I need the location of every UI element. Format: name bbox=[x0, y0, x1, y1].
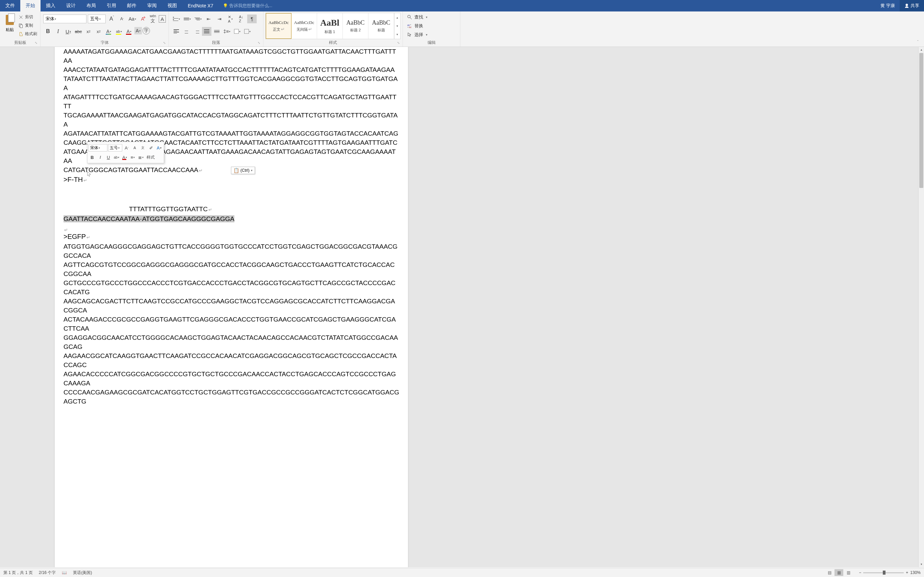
tab-mailings[interactable]: 邮件 bbox=[121, 0, 142, 11]
collapse-ribbon-button[interactable]: ˆ bbox=[917, 40, 922, 45]
mini-bullets[interactable]: ≡ bbox=[129, 153, 136, 161]
share-button[interactable]: 共享 bbox=[900, 0, 924, 11]
zoom-thumb[interactable] bbox=[883, 571, 885, 575]
align-center-button[interactable] bbox=[182, 27, 191, 36]
underline-button[interactable]: U bbox=[63, 27, 73, 36]
decrease-indent-button[interactable]: ⇤ bbox=[204, 15, 213, 23]
tab-home[interactable]: 开始 bbox=[20, 0, 40, 11]
zoom-slider[interactable] bbox=[863, 572, 904, 573]
grow-font-button[interactable]: Aˆ bbox=[107, 15, 116, 23]
status-language[interactable]: 英语(美国) bbox=[73, 570, 92, 575]
mini-clear[interactable]: A bbox=[155, 144, 163, 152]
line-spacing-button[interactable]: ‡≡ bbox=[222, 27, 232, 36]
mini-grow-font[interactable]: Aˆ bbox=[123, 144, 130, 152]
text-effects-button[interactable]: A bbox=[104, 27, 113, 36]
style-nospacing[interactable]: AaBbCcDc无间隔 bbox=[291, 13, 317, 39]
clear-format-button[interactable]: A◆ bbox=[138, 15, 147, 23]
cut-button[interactable]: 剪切 bbox=[18, 13, 38, 21]
shrink-font-button[interactable]: Aˇ bbox=[118, 15, 127, 23]
copy-button[interactable]: 复制 bbox=[18, 22, 38, 29]
italic-button[interactable]: I bbox=[53, 27, 63, 36]
change-case-button[interactable]: Aa bbox=[128, 15, 137, 23]
tab-design[interactable]: 设计 bbox=[61, 0, 81, 11]
document-page[interactable]: AAAAATAGATGGAAAGACATGAACGAAGTACTTTTTTAAT… bbox=[55, 47, 408, 567]
style-normal[interactable]: AaBbCcDc正文 bbox=[266, 13, 291, 39]
align-right-button[interactable] bbox=[192, 27, 201, 36]
char-shading-button[interactable]: A bbox=[134, 27, 142, 34]
scroll-down-icon[interactable]: ▾ bbox=[919, 561, 924, 567]
subscript-button[interactable]: x2 bbox=[84, 27, 93, 36]
mini-format-painter[interactable]: ✐ bbox=[147, 144, 155, 152]
mini-font-color[interactable]: A bbox=[121, 153, 128, 161]
bold-button[interactable]: B bbox=[43, 27, 53, 36]
scroll-thumb[interactable] bbox=[919, 53, 923, 188]
shading-button[interactable] bbox=[233, 27, 242, 36]
mini-font-size[interactable]: 五号 bbox=[108, 144, 122, 152]
status-words[interactable]: 2/16 个字 bbox=[39, 570, 56, 575]
zoom-level[interactable]: 130% bbox=[910, 570, 921, 575]
style-h1[interactable]: AaBl标题 1 bbox=[317, 13, 343, 39]
bullets-button[interactable] bbox=[171, 15, 181, 23]
mini-font-name[interactable]: 宋体 bbox=[89, 144, 107, 152]
zoom-in-button[interactable]: + bbox=[906, 570, 908, 575]
mini-styles[interactable]: 样式 bbox=[145, 153, 156, 161]
tab-layout[interactable]: 布局 bbox=[81, 0, 101, 11]
mini-underline[interactable]: U bbox=[105, 153, 112, 161]
web-layout-button[interactable]: ▥ bbox=[844, 569, 853, 576]
style-h2[interactable]: AaBbC标题 2 bbox=[343, 13, 368, 39]
style-title[interactable]: AaBbC标题 bbox=[368, 13, 394, 39]
mini-bold[interactable]: B bbox=[89, 153, 96, 161]
tab-review[interactable]: 审阅 bbox=[142, 0, 162, 11]
format-painter-button[interactable]: 格式刷 bbox=[18, 31, 38, 37]
tab-file[interactable]: 文件 bbox=[0, 0, 20, 11]
text-direction-button[interactable]: ✕A bbox=[226, 15, 235, 23]
styles-expand-icon[interactable]: ⤡ bbox=[397, 41, 401, 45]
tab-references[interactable]: 引用 bbox=[101, 0, 121, 11]
font-name-dropdown[interactable]: 宋体 bbox=[43, 15, 86, 23]
sort-button[interactable]: A↓Z bbox=[236, 15, 246, 23]
enclose-char-button[interactable]: 字 bbox=[142, 27, 150, 34]
paste-button[interactable]: 粘贴 bbox=[3, 13, 17, 34]
mini-numbering[interactable]: ≣ bbox=[137, 153, 145, 161]
print-layout-button[interactable]: ▦ bbox=[835, 569, 843, 576]
superscript-button[interactable]: x2 bbox=[94, 27, 103, 36]
mini-phonetic[interactable]: 文 bbox=[139, 144, 147, 152]
char-border-button[interactable]: A bbox=[159, 15, 166, 23]
document-body[interactable]: AAAAATAGATGGAAAGACATGAACGAAGTACTTTTTTAAT… bbox=[55, 47, 408, 406]
user-name[interactable]: 黄 宇康 bbox=[876, 3, 900, 9]
show-marks-button[interactable]: ¶ bbox=[247, 15, 257, 23]
paste-options-button[interactable]: (Ctrl) bbox=[231, 167, 255, 174]
status-proofing-icon[interactable]: 📖 bbox=[62, 570, 67, 575]
highlight-button[interactable]: ab bbox=[114, 27, 124, 36]
numbering-button[interactable] bbox=[183, 15, 192, 23]
mini-highlight[interactable]: ab bbox=[113, 153, 120, 161]
borders-button[interactable] bbox=[242, 27, 252, 36]
tab-insert[interactable]: 插入 bbox=[40, 0, 61, 11]
font-expand-icon[interactable]: ⤡ bbox=[163, 41, 167, 45]
justify-button[interactable] bbox=[202, 27, 212, 36]
font-color-button[interactable]: A bbox=[124, 27, 134, 36]
distributed-button[interactable] bbox=[212, 27, 221, 36]
tell-me-search[interactable]: 告诉我您想要做什么... bbox=[223, 3, 273, 9]
zoom-out-button[interactable]: − bbox=[859, 570, 861, 575]
increase-indent-button[interactable]: ⇥ bbox=[215, 15, 224, 23]
vertical-scrollbar[interactable]: ▴ ▾ bbox=[918, 47, 924, 567]
read-mode-button[interactable]: ▤ bbox=[825, 569, 834, 576]
mini-italic[interactable]: I bbox=[97, 153, 104, 161]
tab-endnote[interactable]: EndNote X7 bbox=[183, 0, 219, 11]
align-left-button[interactable] bbox=[171, 27, 181, 36]
tab-view[interactable]: 视图 bbox=[162, 0, 183, 11]
status-page[interactable]: 第 1 页，共 1 页 bbox=[3, 570, 33, 575]
style-gallery-scroll[interactable]: ▴▾▾ bbox=[394, 13, 400, 39]
scroll-up-icon[interactable]: ▴ bbox=[919, 47, 924, 53]
replace-button[interactable]: abac替换 bbox=[406, 22, 457, 31]
clipboard-expand-icon[interactable]: ⤡ bbox=[35, 41, 39, 45]
find-button[interactable]: 查找▾ bbox=[406, 13, 457, 22]
selected-text[interactable]: GAATTACCAACCAAATAA·ATGGTGAGCAAGGGCGAGGA bbox=[63, 215, 234, 222]
phonetic-guide-button[interactable]: wén文 bbox=[149, 15, 158, 23]
mini-shrink-font[interactable]: A bbox=[131, 144, 139, 152]
paragraph-expand-icon[interactable]: ⤡ bbox=[258, 41, 262, 45]
font-size-dropdown[interactable]: 五号 bbox=[88, 15, 106, 23]
select-button[interactable]: 选择▾ bbox=[406, 31, 457, 39]
strikethrough-button[interactable]: abc bbox=[74, 27, 83, 36]
